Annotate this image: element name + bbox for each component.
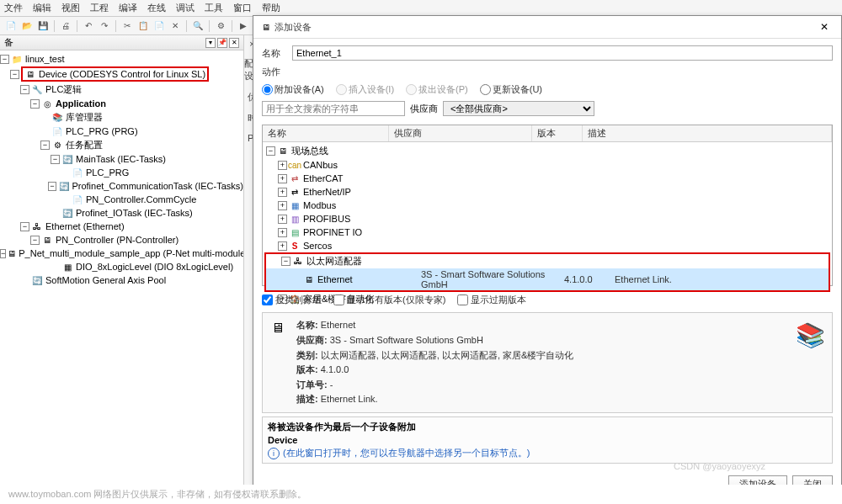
tree-task-cfg[interactable]: −⚙任务配置 xyxy=(0,138,243,152)
radio-append[interactable]: 附加设备(A) xyxy=(262,83,324,96)
radio-plug: 拔出设备(P) xyxy=(406,83,468,96)
tree-dio[interactable]: ▦DIO_8xLogicLevel (DIO 8xLogicLevel) xyxy=(0,260,243,273)
undo-icon[interactable]: ↶ xyxy=(82,19,95,33)
device-icon: 🖥 xyxy=(303,273,315,285)
expander-icon[interactable]: − xyxy=(51,155,60,164)
menu-file[interactable]: 文件 xyxy=(4,2,23,14)
vendor-select[interactable]: <全部供应商> xyxy=(443,101,594,116)
expander-icon[interactable]: + xyxy=(278,201,287,210)
action-label: 动作 xyxy=(262,66,287,78)
close-panel-icon[interactable]: ✕ xyxy=(229,38,239,48)
expander-icon[interactable]: + xyxy=(278,174,287,183)
cat-profibus[interactable]: +▥PROFIBUS xyxy=(263,212,832,225)
menu-help[interactable]: 帮助 xyxy=(262,2,280,14)
cat-sercos[interactable]: +SSercos xyxy=(263,239,832,252)
col-vendor[interactable]: 供应商 xyxy=(389,125,532,141)
menu-project[interactable]: 工程 xyxy=(90,2,109,14)
task-icon: 🔄 xyxy=(58,180,69,192)
menu-view[interactable]: 视图 xyxy=(61,2,80,14)
new-icon[interactable]: 📄 xyxy=(4,19,18,33)
tree-pn-controller[interactable]: −🖥PN_Controller (PN-Controller) xyxy=(0,233,243,247)
pin-icon[interactable]: 📌 xyxy=(217,38,227,48)
save-icon[interactable]: 💾 xyxy=(36,19,50,33)
cat-ethercat[interactable]: +⇄EtherCAT xyxy=(263,172,832,185)
ethercat-icon: ⇄ xyxy=(289,172,301,184)
append-info: 将被选设备作为最后一个子设备附加 Device i (在此窗口打开时，您可以在导… xyxy=(262,416,833,464)
menu-online[interactable]: 在线 xyxy=(147,2,166,14)
tree-ethernet[interactable]: −🖧Ethernet (Ethernet) xyxy=(0,220,243,233)
col-name[interactable]: 名称 xyxy=(263,125,389,141)
cut-icon[interactable]: ✂ xyxy=(120,19,134,33)
expander-icon[interactable]: − xyxy=(20,85,29,94)
tree-root[interactable]: −📁linux_test xyxy=(0,52,243,66)
tree-pnet-multi[interactable]: −🖥P_Net_multi_module_sample_app (P-Net m… xyxy=(0,247,243,260)
menu-edit[interactable]: 编辑 xyxy=(33,2,51,14)
print-icon[interactable]: 🖨 xyxy=(59,19,72,33)
col-version[interactable]: 版本 xyxy=(532,125,583,141)
cat-canbus[interactable]: +canCANbus xyxy=(263,158,832,172)
tree-maintask[interactable]: −🔄MainTask (IEC-Tasks) xyxy=(0,152,243,166)
expander-icon[interactable]: − xyxy=(0,55,9,64)
radio-insert: 插入设备(I) xyxy=(336,83,394,96)
axis-icon: 🔄 xyxy=(31,274,43,286)
tree-lib-mgr[interactable]: 📚库管理器 xyxy=(0,110,243,125)
cat-fieldbus[interactable]: −🖥现场总线 xyxy=(263,144,832,158)
delete-icon[interactable]: ✕ xyxy=(168,19,182,33)
expander-icon[interactable]: + xyxy=(278,241,287,251)
menu-window[interactable]: 窗口 xyxy=(233,2,252,14)
paste-icon[interactable]: 📄 xyxy=(152,19,166,33)
menu-build[interactable]: 编译 xyxy=(119,2,137,14)
expander-icon[interactable]: − xyxy=(0,249,6,258)
copy-icon[interactable]: 📋 xyxy=(136,19,150,33)
chk-showall[interactable]: 显示所有版本(仅限专家) xyxy=(333,294,445,306)
expander-icon[interactable]: − xyxy=(20,222,29,231)
task-icon: 🔄 xyxy=(61,207,73,219)
redo-icon[interactable]: ↷ xyxy=(98,19,111,33)
cat-eth-adapter[interactable]: −🖧以太网适配器 xyxy=(266,254,829,268)
tree-plc-prg[interactable]: 📄PLC_PRG (PRG) xyxy=(0,125,243,138)
chk-group[interactable]: 按类别分组 xyxy=(262,294,322,306)
expander-icon[interactable]: + xyxy=(278,228,287,237)
chk-showold[interactable]: 显示过期版本 xyxy=(457,294,526,306)
expander-icon[interactable]: + xyxy=(278,161,287,170)
login-icon[interactable]: ▶ xyxy=(237,19,250,33)
open-icon[interactable]: 📂 xyxy=(20,19,34,33)
expander-icon[interactable]: − xyxy=(266,146,275,156)
expander-icon[interactable]: + xyxy=(278,188,287,197)
action-radios: 附加设备(A) 插入设备(I) 拔出设备(P) 更新设备(U) xyxy=(262,83,833,96)
dialog-icon: 🖥 xyxy=(260,21,272,33)
adapter-icon: 🖧 xyxy=(292,256,304,268)
tree-device[interactable]: −🖥Device (CODESYS Control for Linux SL) xyxy=(0,66,243,82)
tree-softmotion[interactable]: 🔄SoftMotion General Axis Pool xyxy=(0,273,243,287)
append-device: Device xyxy=(268,435,827,445)
tree-application[interactable]: −◎Application xyxy=(0,97,243,110)
expander-icon[interactable]: − xyxy=(30,236,40,245)
expander-icon[interactable]: − xyxy=(40,141,50,150)
cat-profinet-io[interactable]: +▤PROFINET IO xyxy=(263,225,832,239)
expander-icon[interactable]: + xyxy=(278,215,287,224)
expander-icon[interactable]: − xyxy=(10,70,19,79)
build-icon[interactable]: ⚙ xyxy=(214,19,227,33)
close-icon[interactable]: ✕ xyxy=(814,19,834,34)
expander-icon[interactable]: − xyxy=(30,99,40,109)
search-input[interactable] xyxy=(262,101,405,116)
menu-debug[interactable]: 调试 xyxy=(176,2,195,14)
find-icon[interactable]: 🔍 xyxy=(191,19,205,33)
modbus-icon: ▦ xyxy=(289,199,301,211)
minimize-icon[interactable]: ▾ xyxy=(205,38,216,48)
col-desc[interactable]: 描述 xyxy=(583,125,832,141)
tree-profinet-io[interactable]: 🔄Profinet_IOTask (IEC-Tasks) xyxy=(0,206,243,220)
cat-ethernet-item[interactable]: 🖥Ethernet 3S - Smart Software Solutions … xyxy=(266,268,829,290)
radio-update[interactable]: 更新设备(U) xyxy=(480,83,542,96)
expander-icon[interactable]: − xyxy=(48,182,57,191)
catalog-header: 名称 供应商 版本 描述 xyxy=(263,125,832,142)
device-name-input[interactable] xyxy=(292,45,833,61)
tree-pn-comm-cycle[interactable]: 📄PN_Controller.CommCycle xyxy=(0,193,243,206)
menu-tools[interactable]: 工具 xyxy=(205,2,223,14)
tree-profinet-comm[interactable]: −🔄Profinet_CommunicationTask (IEC-Tasks) xyxy=(0,179,243,193)
cat-modbus[interactable]: +▦Modbus xyxy=(263,199,832,212)
cat-ethernetip[interactable]: +⇄EtherNet/IP xyxy=(263,185,832,199)
tree-plc-logic[interactable]: −🔧PLC逻辑 xyxy=(0,82,243,97)
tree-plc-prg-task[interactable]: 📄PLC_PRG xyxy=(0,166,243,179)
expander-icon[interactable]: − xyxy=(281,257,290,266)
